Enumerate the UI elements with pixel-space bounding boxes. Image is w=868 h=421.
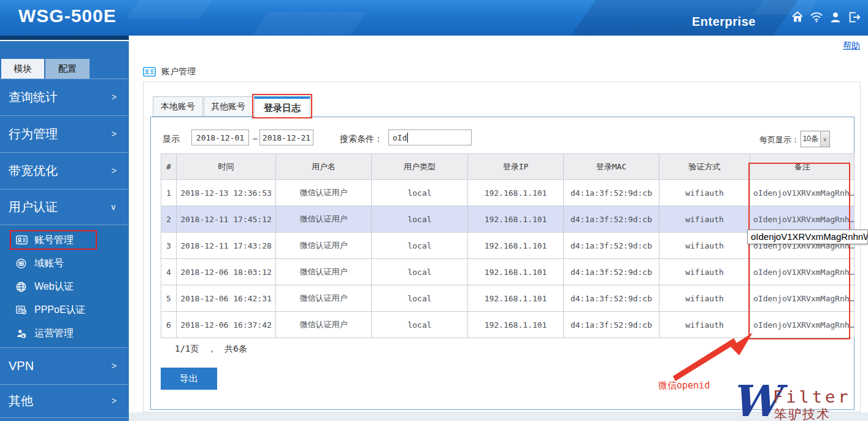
table-row[interactable]: 12018-12-13 12:36:53微信认证用户local192.168.1… [161,180,855,206]
table-row[interactable]: 62018-12-06 16:37:42微信认证用户local192.168.1… [161,312,855,338]
table-cell: 3 [161,233,177,259]
table-cell: wifiauth [659,259,750,285]
table-cell: 4 [161,259,177,285]
table-cell: local [372,312,468,338]
page-indicator: 1/1页 [175,344,199,353]
table-cell: 微信认证用户 [276,206,372,233]
table-cell: oIdenjoV1XRVxmMagRnh… [750,259,855,285]
chevron-right-icon: > [112,153,117,189]
table-cell: local [372,285,468,312]
page-size-select[interactable]: 10条 ∨ [801,131,830,147]
table-cell: 192.168.1.101 [468,285,564,312]
date-separator: – [253,133,258,143]
table-cell: oIdenjoV1XRVxmMagRnh… [750,206,855,233]
table-cell: 2 [161,206,177,233]
table-cell: wifiauth [659,285,750,312]
table-cell: oIdenjoV1XRVxmMagRnh… [750,285,855,312]
tab-local-account[interactable]: 本地账号 [153,96,203,117]
logout-icon[interactable] [847,10,862,25]
chevron-right-icon: > [112,79,117,115]
sidebar: 模块 配置 查询统计 > 行为管理 > 带宽优化 > 用户认证 ∨ 账号管理 域… [0,36,129,421]
sidebar-tab-module[interactable]: 模块 [1,59,44,79]
doc-check-icon [16,304,28,315]
edition-label: Enterprise [692,15,756,29]
table-cell: 5 [161,285,177,312]
date-to-input[interactable]: 2018-12-21 [259,129,313,145]
wifi-icon[interactable] [809,10,824,25]
sidebar-subitem-web-auth[interactable]: Web认证 [0,275,128,298]
table-cell: oIdenjoV1XRVxmMagRnh… [750,312,855,338]
table-cell: 192.168.1.101 [468,259,564,285]
sidebar-item-bandwidth[interactable]: 带宽优化 > [0,152,128,189]
table-cell: 微信认证用户 [276,180,372,206]
sidebar-item-user-auth[interactable]: 用户认证 ∨ [0,189,128,225]
table-cell: d4:1a:3f:52:9d:cb [564,206,659,233]
column-header: 验证方式 [659,154,750,180]
tab-login-log[interactable]: 登录日志 [254,96,310,117]
table-cell: 微信认证用户 [276,285,372,312]
column-header: 登录MAC [564,154,659,180]
sidebar-item-query-stats[interactable]: 查询统计 > [0,79,128,115]
table-row[interactable]: 22018-12-11 17:45:12微信认证用户local192.168.1… [161,206,855,233]
chevron-right-icon: > [112,116,117,152]
sidebar-subitem-account-management[interactable]: 账号管理 [0,228,128,252]
operator-icon [16,328,28,339]
sidebar-item-other[interactable]: 其他 > [0,384,128,417]
table-row[interactable]: 52018-12-06 16:42:31微信认证用户local192.168.1… [161,285,855,312]
search-input[interactable]: oId [388,129,472,145]
column-header: 备注 [750,154,855,180]
sidebar-item-next [0,417,128,421]
table-cell: 192.168.1.101 [468,180,564,206]
column-header: 登录IP [468,154,564,180]
table-cell: local [372,180,468,206]
table-cell: d4:1a:3f:52:9d:cb [564,233,659,259]
date-from-input[interactable]: 2018-12-01 [191,129,249,145]
sidebar-item-behavior[interactable]: 行为管理 > [0,115,128,152]
table-cell: d4:1a:3f:52:9d:cb [564,312,659,338]
table-cell: wifiauth [659,233,750,259]
table-cell: 微信认证用户 [276,312,372,338]
header-bar: WSG-500E Enterprise [0,0,868,36]
id-card-icon [143,66,156,77]
table-row[interactable]: 42018-12-06 18:03:12微信认证用户local192.168.1… [161,259,855,285]
pagination: 1/1页，共6条 [175,344,256,355]
help-link[interactable]: 帮助 [843,41,860,52]
tab-other-account[interactable]: 其他账号 [204,96,253,117]
page-title: 账户管理 [161,66,196,77]
table-cell: 2018-12-13 12:36:53 [177,180,276,206]
table-cell: 2018-12-11 17:43:28 [177,233,276,259]
page-bottom-strip [129,412,868,421]
chevron-down-icon: ∨ [820,131,829,147]
export-button[interactable]: 导出 [161,368,217,390]
table-cell: 微信认证用户 [276,259,372,285]
display-label: 显示 [163,134,180,145]
chevron-down-icon: ∨ [110,190,117,225]
table-cell: local [372,233,468,259]
sidebar-subitem-domain-account[interactable]: 域账号 [0,252,128,275]
breadcrumb: 账户管理 [143,66,196,77]
sidebar-tab-config[interactable]: 配置 [45,59,90,79]
table-cell: 192.168.1.101 [468,312,564,338]
table-cell: local [372,259,468,285]
sidebar-subitem-pppoe-auth[interactable]: PPPoE认证 [0,298,128,322]
chevron-right-icon: > [112,348,117,384]
table-cell: 2018-12-06 18:03:12 [177,259,276,285]
table-cell: 6 [161,312,177,338]
table-cell: 2018-12-06 16:37:42 [177,312,276,338]
chevron-right-icon: > [112,385,117,417]
table-cell: local [372,206,468,233]
user-icon[interactable] [828,10,843,25]
id-card-icon [16,234,28,245]
domain-icon [16,258,28,269]
column-header: 用户类型 [372,154,468,180]
column-header: 用户名 [276,154,372,180]
sidebar-submenu: 账号管理 域账号 Web认证 PPPoE认证 运营管理 [0,225,128,347]
table-cell: 2018-12-11 17:45:12 [177,206,276,233]
home-icon[interactable] [790,10,805,25]
table-cell: oIdenjoV1XRVxmMagRnh… [750,180,855,206]
remark-tooltip: oIdenjoV1XRVxmMagRnhnWldfS [747,230,868,244]
app-title: WSG-500E [18,6,117,26]
sidebar-item-vpn[interactable]: VPN > [0,347,128,384]
table-cell: 2018-12-06 16:42:31 [177,285,276,312]
sidebar-subitem-operation-management[interactable]: 运营管理 [0,322,128,345]
